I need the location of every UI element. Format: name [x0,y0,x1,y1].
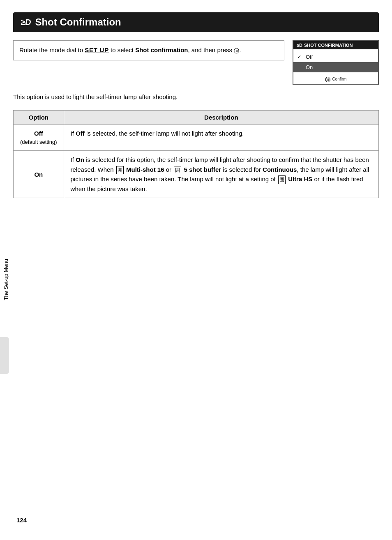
table-row: On If On is selected for this option, th… [14,151,379,198]
camera-screen-title-icon: ≥D [297,43,302,48]
instruction-text-box: Rotate the mode dial to SET UP to select… [13,40,284,60]
setup-label: SET UP [85,46,109,53]
table-cell-option-on: On [14,151,64,198]
checkmark-off: ✓ [297,54,303,60]
ultra-hs-icon: 囲 [278,175,286,184]
multi-shot-icon: 囲 [116,166,124,175]
table-cell-desc-off: If Off is selected, the self-timer lamp … [64,125,378,151]
table-header-description: Description [64,111,378,125]
camera-option-on-label: On [306,64,313,70]
description-text: This option is used to light the self-ti… [13,93,178,100]
table-cell-desc-on: If On is selected for this option, the s… [64,151,378,198]
sidebar-label: The Set-up Menu [0,238,12,321]
option-off-sublabel: (default setting) [20,138,57,146]
camera-option-on: On [293,62,378,72]
shot-buffer-icon: 囲 [174,166,181,175]
camera-screen-footer: OK Confirm [293,75,378,84]
camera-screen-options: ✓ Off On [293,49,378,75]
camera-option-off: ✓ Off [293,52,378,62]
ok-symbol: OK [234,48,239,53]
camera-confirm-label: Confirm [332,77,346,81]
page-number: 124 [16,517,27,524]
instruction-section: Rotate the mode dial to SET UP to select… [13,40,379,85]
title-icon: ≥D [21,18,31,27]
camera-screen-title: ≥D SHOT CONFIRMATION [293,41,378,49]
page-title: Shot Confirmation [35,16,121,28]
options-table: Option Description Off (default setting)… [13,110,379,198]
camera-screen: ≥D SHOT CONFIRMATION ✓ Off On OK Confirm [293,40,379,85]
option-off-label: Off [34,130,43,137]
table-cell-option-off: Off (default setting) [14,125,64,151]
title-bar: ≥D Shot Confirmation [13,12,379,32]
table-header-option: Option [14,111,64,125]
description-paragraph: This option is used to light the self-ti… [13,92,379,102]
option-on-label: On [34,171,43,178]
main-content: ≥D Shot Confirmation Rotate the mode dia… [13,0,379,198]
instruction-text-before-setup: Rotate the mode dial to [19,46,85,53]
camera-option-off-label: Off [306,54,313,60]
camera-screen-title-text: SHOT CONFIRMATION [304,43,353,48]
table-row: Off (default setting) If Off is selected… [14,125,379,151]
instruction-period: . [240,46,242,53]
left-tab [0,337,9,374]
instruction-text-to-select: to select Shot confirmation, and then pr… [109,46,234,53]
camera-ok-symbol: OK [325,77,330,82]
table-header-row: Option Description [14,111,379,125]
